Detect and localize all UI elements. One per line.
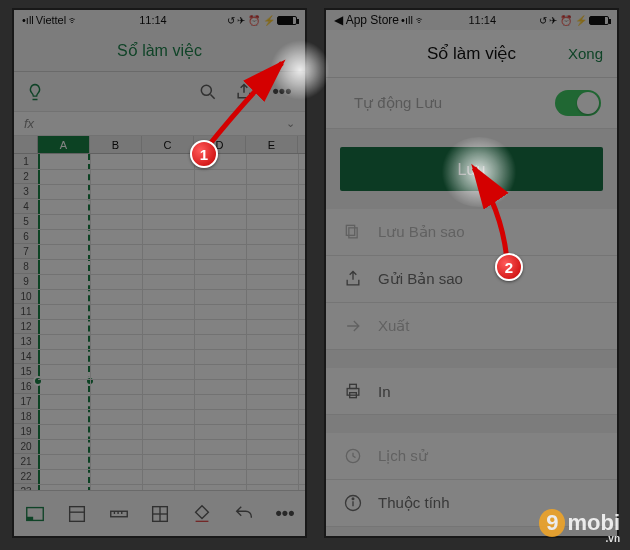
row-header[interactable]: 20	[14, 439, 38, 454]
menu-item-label: Thuộc tính	[378, 494, 450, 512]
sheet-title: Sổ làm việc	[427, 43, 516, 64]
row-header[interactable]: 4	[14, 199, 38, 214]
row-header[interactable]: 5	[14, 214, 38, 229]
menu-item-export: Xuất	[326, 303, 617, 350]
row-header[interactable]: 14	[14, 349, 38, 364]
row-header[interactable]: 19	[14, 424, 38, 439]
svg-rect-18	[350, 384, 357, 388]
fx-label: fx	[24, 116, 34, 131]
print-icon	[342, 380, 364, 402]
col-E[interactable]: E	[246, 136, 298, 153]
phone-right: ◀ App Store •ıll ᯤ 11:14 ↺ ✈ ⏰ ⚡ Sổ làm …	[324, 8, 619, 538]
menu-item-label: In	[378, 383, 391, 400]
copy-icon	[342, 221, 364, 243]
ruler-icon[interactable]	[105, 500, 133, 528]
row-header[interactable]: 7	[14, 244, 38, 259]
row-header[interactable]: 12	[14, 319, 38, 334]
selection-handle[interactable]	[33, 376, 43, 386]
sheet-tab-icon[interactable]	[21, 500, 49, 528]
lightbulb-icon[interactable]	[24, 81, 46, 103]
more-menu-button[interactable]: •••	[269, 79, 295, 105]
clock-label: 11:14	[139, 14, 167, 26]
wifi-icon: ᯤ	[415, 14, 426, 26]
svg-rect-4	[69, 506, 84, 521]
row-header[interactable]: 22	[14, 469, 38, 484]
svg-point-23	[352, 498, 354, 500]
battery-icon	[589, 16, 609, 25]
table-icon[interactable]	[146, 500, 174, 528]
menu-item-label: Gửi Bản sao	[378, 270, 463, 288]
svg-rect-17	[347, 389, 359, 396]
status-icons: ↺ ✈ ⏰ ⚡	[539, 15, 587, 26]
row-header[interactable]: 8	[14, 259, 38, 274]
row-header[interactable]: 3	[14, 184, 38, 199]
signal-icon: •ıll	[22, 14, 34, 26]
row-header[interactable]: 17	[14, 394, 38, 409]
autosave-label: Tự động Lưu	[354, 94, 442, 112]
workbook-title: Sổ làm việc	[117, 41, 202, 60]
save-button-label: Lưu	[458, 160, 486, 179]
export-icon	[342, 315, 364, 337]
search-icon[interactable]	[197, 81, 219, 103]
menu-item-print[interactable]: In	[326, 368, 617, 415]
menu-item-label: Lưu Bản sao	[378, 223, 465, 241]
info-icon	[342, 492, 364, 514]
phone-left: •ıll Viettel ᯤ 11:14 ↺ ✈ ⏰ ⚡ Sổ làm việc…	[12, 8, 307, 538]
svg-rect-15	[349, 228, 357, 238]
sheet-header: Sổ làm việc Xong	[326, 30, 617, 78]
menu-item-send[interactable]: Gửi Bản sao	[326, 256, 617, 303]
row-header[interactable]: 13	[14, 334, 38, 349]
row-headers: 1234567891011121314151617181920212223242…	[14, 154, 38, 496]
bottom-toolbar: •••	[14, 490, 305, 536]
send-icon	[342, 268, 364, 290]
autosave-toggle[interactable]	[555, 90, 601, 116]
svg-rect-3	[27, 516, 33, 520]
row-header[interactable]: 1	[14, 154, 38, 169]
done-button[interactable]: Xong	[568, 45, 603, 62]
svg-rect-6	[110, 511, 127, 517]
menu-item-copy: Lưu Bản sao	[326, 209, 617, 256]
svg-line-1	[211, 94, 215, 98]
column-selection	[38, 154, 90, 496]
row-header[interactable]: 21	[14, 454, 38, 469]
file-menu: Lưu Bản saoGửi Bản saoXuấtInLịch sửThuộc…	[326, 209, 617, 538]
more-tools-button[interactable]: •••	[272, 501, 298, 527]
cell-grid[interactable]	[38, 154, 305, 496]
history-icon	[342, 445, 364, 467]
workbook-title-bar: Sổ làm việc	[14, 30, 305, 72]
row-header[interactable]: 9	[14, 274, 38, 289]
formula-bar[interactable]: fx ⌄	[14, 112, 305, 136]
chevron-down-icon[interactable]: ⌄	[286, 117, 295, 130]
autosave-row: Tự động Lưu	[326, 78, 617, 129]
row-header[interactable]: 18	[14, 409, 38, 424]
undo-icon[interactable]	[230, 500, 258, 528]
save-button[interactable]: Lưu	[340, 147, 603, 191]
row-header[interactable]: 6	[14, 229, 38, 244]
col-B[interactable]: B	[90, 136, 142, 153]
step-marker-1: 1	[190, 140, 218, 168]
toolbar: •••	[14, 72, 305, 112]
wifi-icon: ᯤ	[68, 14, 79, 26]
share-icon[interactable]	[233, 81, 255, 103]
col-C[interactable]: C	[142, 136, 194, 153]
status-icons: ↺ ✈ ⏰ ⚡	[227, 15, 275, 26]
card-view-icon[interactable]	[63, 500, 91, 528]
svg-rect-16	[346, 225, 354, 235]
carrier-label: Viettel	[36, 14, 66, 26]
svg-point-0	[201, 85, 211, 95]
row-header[interactable]: 11	[14, 304, 38, 319]
row-header[interactable]: 2	[14, 169, 38, 184]
fill-icon[interactable]	[188, 500, 216, 528]
battery-icon	[277, 16, 297, 25]
spreadsheet[interactable]: A B C D E 123456789101112131415161718192…	[14, 136, 305, 496]
menu-item-history: Lịch sử	[326, 433, 617, 480]
row-header[interactable]: 10	[14, 289, 38, 304]
clock-label: 11:14	[468, 14, 496, 26]
status-bar: ◀ App Store •ıll ᯤ 11:14 ↺ ✈ ⏰ ⚡	[326, 10, 617, 30]
step-marker-2: 2	[495, 253, 523, 281]
col-A[interactable]: A	[38, 136, 90, 153]
back-to-appstore[interactable]: ◀ App Store	[334, 13, 399, 27]
watermark: 9mobi .vn	[539, 509, 620, 544]
column-headers: A B C D E	[14, 136, 305, 154]
menu-item-label: Xuất	[378, 317, 410, 335]
